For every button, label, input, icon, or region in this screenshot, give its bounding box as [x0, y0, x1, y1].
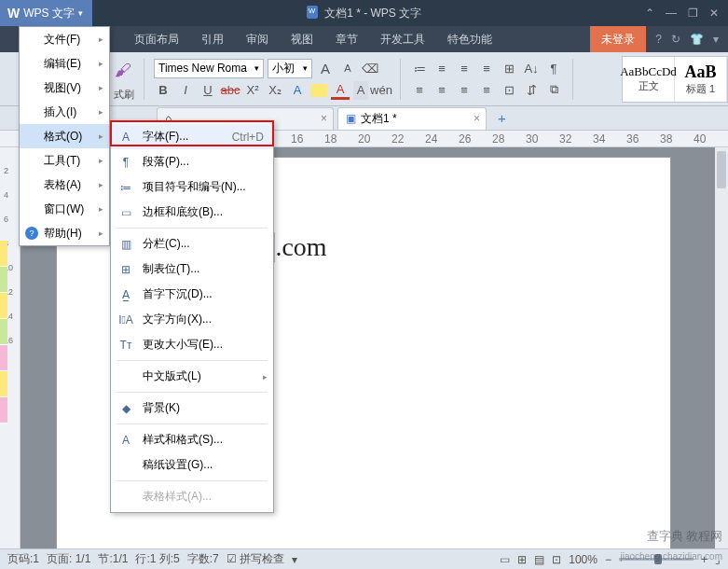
- status-pages[interactable]: 页面: 1/1: [47, 551, 90, 567]
- char-shading-button[interactable]: A: [353, 81, 368, 100]
- clear-format-button[interactable]: ⌫: [361, 59, 379, 77]
- title-bar: W WPS 文字 ▾ 文档1 * - WPS 文字 ⌃ — ❐ ✕: [0, 0, 728, 26]
- superscript-button[interactable]: X²: [243, 81, 262, 100]
- sort-button[interactable]: A↓: [522, 59, 541, 77]
- line-spacing-button[interactable]: ⇵: [522, 80, 541, 99]
- settings-icon[interactable]: ▾: [713, 33, 719, 46]
- ribbon-tab[interactable]: 特色功能: [436, 26, 503, 52]
- menu-icon: A: [118, 433, 133, 448]
- submenu-item[interactable]: 更改大小写(E)...Tт: [111, 332, 273, 357]
- status-doc-icon[interactable]: ▾: [292, 553, 297, 566]
- submenu-item[interactable]: 稿纸设置(G)...: [111, 452, 273, 478]
- login-button[interactable]: 未登录: [590, 26, 646, 52]
- submenu-item[interactable]: 背景(K)◆: [111, 396, 273, 421]
- submenu-item[interactable]: 制表位(T)...⊞: [111, 257, 273, 282]
- increase-font-button[interactable]: A: [316, 59, 335, 77]
- font-size-select[interactable]: 小初▾: [268, 59, 312, 78]
- tab-close-icon[interactable]: ×: [321, 112, 327, 125]
- main-menu-item[interactable]: 文件(F)▸: [20, 27, 109, 51]
- menu-icon: ◆: [118, 401, 133, 416]
- minimize-button[interactable]: —: [666, 7, 677, 20]
- vertical-scrollbar[interactable]: [715, 147, 728, 548]
- ribbon-tab[interactable]: 审阅: [235, 26, 280, 52]
- ribbon-collapse-icon[interactable]: ⌃: [645, 7, 654, 20]
- font-family-select[interactable]: Times New Roma▾: [154, 59, 264, 78]
- submenu-item[interactable]: 样式和格式(S)...A: [111, 427, 273, 452]
- new-tab-button[interactable]: +: [490, 110, 514, 126]
- main-menu-item[interactable]: 格式(O)▸: [20, 124, 109, 148]
- view-mode-button[interactable]: ▭: [500, 553, 510, 566]
- align-right-button[interactable]: ≡: [455, 80, 474, 99]
- main-menu-item[interactable]: 视图(V)▸: [20, 76, 109, 100]
- ribbon-tab[interactable]: 章节: [324, 26, 369, 52]
- document-icon: [307, 6, 318, 19]
- main-menu-item[interactable]: 编辑(E)▸: [20, 51, 109, 76]
- outdent-button[interactable]: ≡: [455, 59, 474, 77]
- main-menu: 文件(F)▸编辑(E)▸视图(V)▸插入(I)▸格式(O)▸工具(T)▸表格(A…: [19, 26, 110, 246]
- skin-icon[interactable]: 👕: [690, 33, 704, 46]
- main-menu-item[interactable]: 表格(A)▸: [20, 173, 109, 197]
- submenu-item[interactable]: 段落(P)...¶: [111, 149, 273, 174]
- status-spellcheck[interactable]: ☑ 拼写检查: [227, 551, 284, 567]
- italic-button[interactable]: I: [176, 81, 195, 100]
- main-menu-item[interactable]: 窗口(W)▸: [20, 197, 109, 221]
- strike-button[interactable]: abc: [221, 81, 240, 100]
- style-gallery[interactable]: AaBbCcDd 正文 AaB 标题 1: [622, 56, 728, 103]
- ribbon-tab[interactable]: 引用: [190, 26, 235, 52]
- indent-button[interactable]: ≡: [477, 59, 496, 77]
- view-mode-button[interactable]: ⊡: [552, 553, 561, 566]
- status-section[interactable]: 节:1/1: [98, 551, 128, 567]
- menu-icon: ▥: [118, 237, 133, 252]
- zoom-level[interactable]: 100%: [569, 553, 598, 566]
- subscript-button[interactable]: X₂: [266, 81, 284, 100]
- status-position[interactable]: 行:1 列:5: [135, 551, 179, 567]
- underline-button[interactable]: U: [199, 81, 217, 100]
- submenu-item[interactable]: 首字下沉(D)...A̲: [111, 282, 273, 307]
- submenu-item[interactable]: 项目符号和编号(N)...≔: [111, 174, 273, 200]
- document-icon: ▣: [346, 112, 356, 125]
- numbering-button[interactable]: ≡: [433, 59, 451, 77]
- view-mode-button[interactable]: ▤: [534, 553, 544, 566]
- ribbon-tab[interactable]: 视图: [280, 26, 324, 52]
- submenu-item[interactable]: 字体(F)...ACtrl+D: [111, 124, 273, 149]
- bold-button[interactable]: B: [154, 81, 172, 100]
- doc-tab-current[interactable]: ▣ 文档1 * ×: [337, 107, 487, 130]
- status-wordcount[interactable]: 字数:7: [187, 551, 219, 567]
- highlight-button[interactable]: [310, 84, 327, 97]
- refresh-icon[interactable]: ↻: [671, 33, 680, 46]
- tab-close-icon[interactable]: ×: [474, 112, 480, 125]
- main-menu-item[interactable]: 插入(I)▸: [20, 100, 109, 124]
- align-center-button[interactable]: ≡: [433, 80, 451, 99]
- distribute-button[interactable]: ⊡: [500, 80, 518, 99]
- watermark-text: 查字典 教程网: [647, 528, 722, 545]
- style-item-heading1[interactable]: AaB 标题 1: [675, 57, 727, 102]
- border-button[interactable]: ⊞: [500, 59, 518, 77]
- zoom-out-button[interactable]: −: [605, 553, 611, 566]
- submenu-item[interactable]: 边框和底纹(B)...▭: [111, 200, 273, 225]
- submenu-item[interactable]: 中文版式(L)▸: [111, 364, 273, 389]
- format-painter-icon[interactable]: 🖌: [114, 57, 132, 85]
- ribbon-tab[interactable]: 页面布局: [123, 26, 190, 52]
- style-item-normal[interactable]: AaBbCcDd 正文: [623, 57, 675, 102]
- shading-button[interactable]: ⧉: [544, 80, 563, 99]
- show-marks-button[interactable]: ¶: [544, 59, 563, 77]
- font-color-button[interactable]: A: [331, 81, 350, 100]
- ribbon-tab[interactable]: 开发工具: [369, 26, 436, 52]
- text-effect-button[interactable]: A: [288, 81, 307, 100]
- help-icon[interactable]: ?: [655, 33, 662, 46]
- justify-button[interactable]: ≡: [477, 80, 496, 99]
- maximize-button[interactable]: ❐: [688, 7, 698, 20]
- phonetic-button[interactable]: wén: [372, 81, 391, 100]
- main-menu-item[interactable]: 工具(T)▸: [20, 148, 109, 173]
- submenu-item[interactable]: 分栏(C)...▥: [111, 231, 273, 257]
- close-button[interactable]: ✕: [709, 7, 719, 20]
- submenu-item[interactable]: 文字方向(X)...I͐A: [111, 307, 273, 332]
- document-text[interactable]: .com: [275, 232, 326, 261]
- main-menu-item[interactable]: 帮助(H)▸?: [20, 221, 109, 245]
- view-mode-button[interactable]: ⊞: [517, 553, 527, 566]
- decrease-font-button[interactable]: A: [338, 59, 357, 77]
- bullets-button[interactable]: ≔: [410, 59, 429, 77]
- watermark-url: jiaocheng.chazidian.com: [620, 551, 722, 562]
- align-left-button[interactable]: ≡: [410, 80, 429, 99]
- status-page[interactable]: 页码:1: [7, 551, 39, 567]
